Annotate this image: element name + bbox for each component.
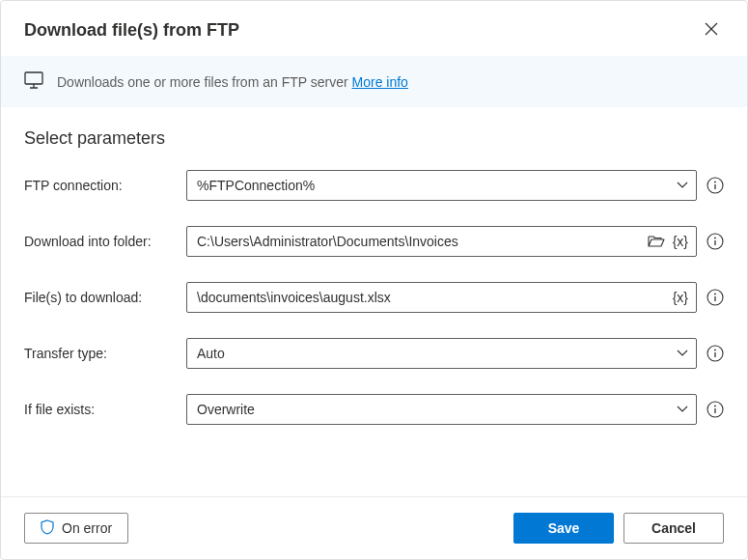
banner-text: Downloads one or more files from an FTP … bbox=[57, 74, 408, 90]
info-icon[interactable] bbox=[706, 289, 724, 306]
svg-point-2 bbox=[714, 182, 716, 183]
transfer-type-label: Transfer type: bbox=[24, 346, 177, 361]
info-icon[interactable] bbox=[706, 401, 724, 418]
info-icon[interactable] bbox=[706, 345, 724, 362]
footer-actions: Save Cancel bbox=[513, 513, 724, 544]
folder-open-icon bbox=[648, 235, 665, 248]
info-banner: Downloads one or more files from an FTP … bbox=[1, 56, 747, 107]
files-to-download-field[interactable]: {x} bbox=[186, 282, 697, 313]
row-download-folder: Download into folder: {x} bbox=[24, 226, 724, 257]
ftp-connection-input[interactable] bbox=[187, 171, 677, 200]
cancel-button[interactable]: Cancel bbox=[623, 513, 724, 544]
ftp-connection-label: FTP connection: bbox=[24, 178, 177, 193]
monitor-icon bbox=[24, 71, 43, 92]
download-folder-input[interactable] bbox=[187, 227, 648, 256]
on-error-button[interactable]: On error bbox=[24, 513, 128, 544]
browse-folder-button[interactable] bbox=[648, 235, 665, 248]
if-file-exists-input[interactable] bbox=[187, 395, 677, 424]
section-title: Select parameters bbox=[24, 128, 724, 149]
info-icon[interactable] bbox=[706, 177, 724, 194]
save-button[interactable]: Save bbox=[513, 513, 614, 544]
chevron-down-icon bbox=[677, 350, 688, 357]
svg-point-6 bbox=[714, 294, 716, 295]
chevron-down-icon bbox=[677, 182, 688, 189]
shield-icon bbox=[41, 519, 54, 538]
if-file-exists-label: If file exists: bbox=[24, 402, 177, 417]
row-files-to-download: File(s) to download: {x} bbox=[24, 282, 724, 313]
more-info-link[interactable]: More info bbox=[352, 74, 408, 90]
variable-button[interactable]: {x} bbox=[673, 234, 688, 249]
svg-point-8 bbox=[714, 350, 716, 351]
row-if-file-exists: If file exists: bbox=[24, 394, 724, 425]
svg-point-4 bbox=[714, 238, 716, 239]
dialog-header: Download file(s) from FTP bbox=[1, 1, 747, 56]
transfer-type-input[interactable] bbox=[187, 339, 677, 368]
files-to-download-input[interactable] bbox=[187, 283, 673, 312]
dialog-content: Select parameters FTP connection: Downlo… bbox=[1, 107, 747, 496]
dialog-title: Download file(s) from FTP bbox=[24, 20, 239, 41]
download-folder-field[interactable]: {x} bbox=[186, 226, 697, 257]
chevron-down-icon bbox=[677, 406, 688, 413]
dialog-footer: On error Save Cancel bbox=[1, 496, 747, 559]
variable-icon: {x} bbox=[673, 290, 688, 305]
variable-button[interactable]: {x} bbox=[673, 290, 688, 305]
dialog: Download file(s) from FTP Downloads one … bbox=[0, 0, 748, 560]
svg-rect-0 bbox=[25, 72, 42, 84]
close-button[interactable] bbox=[699, 16, 724, 44]
on-error-label: On error bbox=[62, 520, 112, 536]
files-to-download-label: File(s) to download: bbox=[24, 290, 177, 305]
if-file-exists-select[interactable] bbox=[186, 394, 697, 425]
svg-point-10 bbox=[714, 406, 716, 407]
close-icon bbox=[705, 22, 718, 36]
ftp-connection-select[interactable] bbox=[186, 170, 697, 201]
banner-description: Downloads one or more files from an FTP … bbox=[57, 74, 352, 90]
variable-icon: {x} bbox=[673, 234, 688, 249]
row-ftp-connection: FTP connection: bbox=[24, 170, 724, 201]
row-transfer-type: Transfer type: bbox=[24, 338, 724, 369]
transfer-type-select[interactable] bbox=[186, 338, 697, 369]
info-icon[interactable] bbox=[706, 233, 724, 250]
download-folder-label: Download into folder: bbox=[24, 234, 177, 249]
